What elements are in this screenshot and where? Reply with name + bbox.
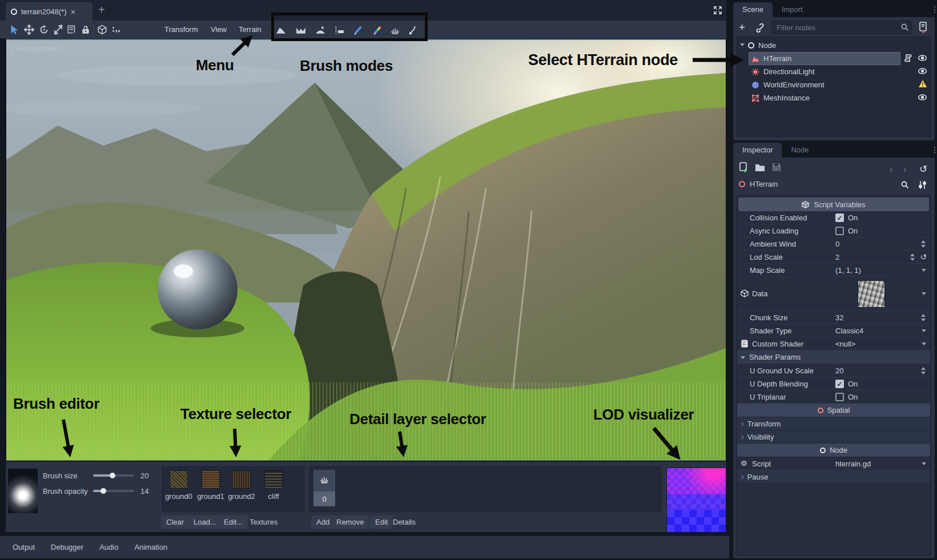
brush-opacity-slider-knob[interactable] [100, 488, 106, 494]
animation-tab[interactable]: Animation [128, 541, 173, 554]
load-button[interactable]: Load... [188, 515, 222, 529]
select-tool-icon[interactable] [9, 25, 19, 35]
rotate-tool-icon[interactable] [39, 25, 49, 35]
tab-inspector[interactable]: Inspector [733, 143, 782, 158]
output-tab[interactable]: Output [7, 541, 41, 554]
chevron-down-icon[interactable] [922, 269, 926, 274]
view-menu[interactable]: View [211, 25, 227, 34]
move-tool-icon[interactable] [24, 25, 34, 35]
script-variables-header[interactable]: Script Variables [738, 198, 929, 211]
edit-detail-button[interactable]: Edit [370, 515, 393, 529]
search-icon [901, 23, 909, 31]
texture-thumb-ground2[interactable] [232, 470, 251, 489]
texture-name: ground2 [227, 492, 256, 501]
lock-icon[interactable] [81, 25, 91, 35]
brush-size-slider-knob[interactable] [110, 473, 115, 478]
property-tools-icon[interactable] [918, 180, 927, 190]
audio-tab[interactable]: Audio [94, 541, 124, 554]
history-forward-icon: › [903, 164, 907, 175]
textures-label[interactable]: Textures [250, 518, 278, 526]
script-attached-icon[interactable] [904, 54, 912, 63]
revert-icon[interactable]: ↺ [920, 252, 927, 261]
brush-opacity-slider[interactable] [93, 490, 134, 492]
heightmap-data-thumbnail[interactable] [858, 280, 885, 308]
save-resource-icon [772, 163, 781, 172]
section-transform[interactable]: › Transform [737, 417, 930, 430]
tab-node[interactable]: Node [782, 143, 818, 158]
collapse-chevron-icon[interactable] [740, 43, 745, 49]
add-node-icon[interactable]: + [739, 21, 745, 34]
chevron-down-icon[interactable] [922, 343, 926, 348]
remove-detail-button[interactable]: Remove [331, 515, 369, 529]
section-visibility[interactable]: › Visibility [737, 430, 930, 444]
load-resource-folder-icon[interactable] [755, 163, 765, 172]
tab-scene[interactable]: Scene [733, 2, 773, 17]
texture-thumb-ground0[interactable] [170, 470, 188, 489]
texture-thumb-ground1[interactable] [202, 470, 220, 489]
chevron-down-icon[interactable] [922, 292, 926, 297]
spinner-icon[interactable] [921, 313, 926, 322]
warning-icon[interactable] [918, 79, 927, 88]
gear-icon: ⚙ [741, 459, 749, 467]
filter-nodes-input[interactable] [771, 21, 912, 34]
brush-shape-preview[interactable] [8, 469, 38, 513]
tree-node-label: Node [758, 41, 776, 50]
fullscreen-icon[interactable] [713, 6, 722, 15]
dock-splitter[interactable] [726, 0, 733, 560]
tree-node-directionallight[interactable]: DirectionalLight [751, 65, 815, 78]
visibility-eye-icon[interactable] [918, 67, 927, 75]
tree-node-label: HTerrain [763, 54, 791, 63]
spinner-icon[interactable] [921, 366, 926, 375]
viewport-3d[interactable]: [ Perspective ] [6, 39, 726, 461]
skeleton-options-icon[interactable] [111, 25, 121, 35]
close-icon[interactable]: × [71, 7, 76, 16]
tree-node-hterrain[interactable]: HTerrain [751, 52, 791, 65]
clear-button[interactable]: Clear [161, 515, 189, 529]
tab-import[interactable]: Import [773, 2, 812, 17]
clear-script-filter-icon[interactable]: x [918, 22, 928, 33]
visibility-eye-icon[interactable] [918, 93, 927, 102]
object-history-icon[interactable]: ↺ [919, 163, 927, 175]
svg-text:x: x [922, 29, 924, 34]
details-label[interactable]: Details [393, 518, 416, 526]
scene-dock-menu-icon[interactable]: ⋮ [931, 5, 937, 14]
chevron-down-icon[interactable] [922, 462, 926, 468]
object-gizmo-icon[interactable] [97, 25, 107, 35]
scale-tool-icon[interactable] [53, 25, 63, 35]
section-shader-params[interactable]: Shader Params [737, 350, 930, 364]
checkbox-unchecked[interactable] [835, 227, 844, 235]
bottom-panel-bar: Output Debugger Audio Animation [0, 535, 729, 558]
annotation-brush-modes: Brush modes [300, 57, 393, 75]
spinner-icon[interactable] [910, 253, 915, 261]
checkbox-checked[interactable]: ✓ [835, 380, 844, 388]
perspective-label[interactable]: [ Perspective ] [12, 44, 59, 53]
visibility-eye-icon[interactable] [918, 54, 927, 62]
debugger-tab[interactable]: Debugger [45, 541, 89, 554]
chevron-down-icon[interactable] [922, 329, 926, 335]
edit-texture-button[interactable]: Edit... [219, 515, 248, 529]
detail-layer-item-0[interactable]: 0 [313, 470, 335, 506]
instance-scene-icon[interactable] [755, 23, 764, 33]
texture-name: ground0 [164, 492, 194, 501]
list-select-tool-icon[interactable] [67, 25, 77, 35]
object-node-icon [739, 181, 745, 187]
transform-menu[interactable]: Transform [164, 25, 198, 34]
new-scene-tab-button[interactable]: + [98, 3, 105, 17]
tab-terrain2048[interactable]: terrain2048(*) × [6, 2, 93, 21]
checkbox-unchecked[interactable] [835, 393, 844, 401]
terrain-menu[interactable]: Terrain [239, 25, 262, 34]
new-resource-icon[interactable] [739, 162, 748, 173]
section-pause[interactable]: › Pause [737, 470, 930, 484]
tree-node-root[interactable]: Node [748, 39, 776, 52]
checkbox-checked[interactable]: ✓ [835, 213, 844, 222]
spinner-icon[interactable] [921, 240, 926, 248]
tree-node-meshinstance[interactable]: MeshInstance [751, 91, 810, 104]
brush-size-slider[interactable] [93, 474, 134, 477]
tree-node-label: MeshInstance [763, 94, 810, 102]
tree-node-worldenvironment[interactable]: WorldEnvironment [751, 78, 825, 91]
search-properties-icon[interactable] [901, 181, 909, 189]
godot-editor-window: terrain2048(*) × + Transform View Terrai… [0, 0, 937, 560]
annotation-detail-selector: Detail layer selector [349, 410, 486, 428]
texture-thumb-cliff[interactable] [264, 470, 283, 489]
inspector-dock-menu-icon[interactable]: ⋮ [931, 145, 937, 154]
